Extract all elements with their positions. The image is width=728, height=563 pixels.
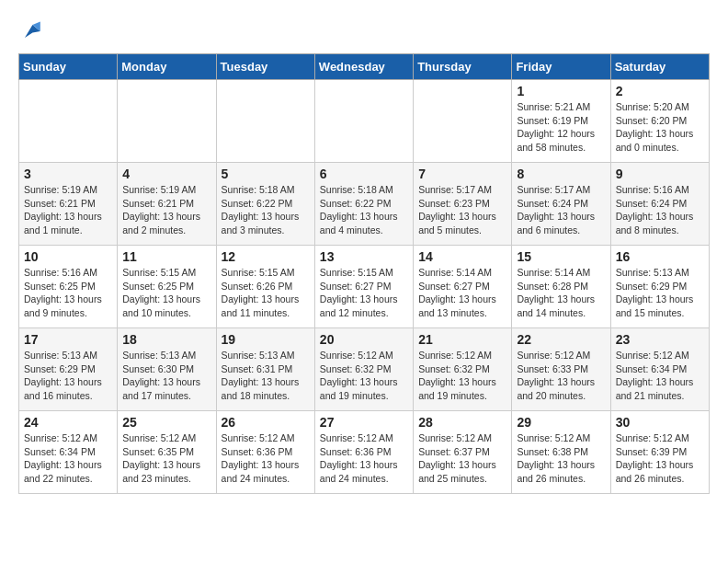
day-cell: 8Sunrise: 5:17 AM Sunset: 6:24 PM Daylig… [512,163,610,246]
day-info: Sunrise: 5:17 AM Sunset: 6:24 PM Dayligh… [517,183,605,237]
day-cell: 7Sunrise: 5:17 AM Sunset: 6:23 PM Daylig… [414,163,512,246]
day-number: 1 [517,84,605,98]
day-number: 21 [418,332,506,347]
day-number: 11 [122,249,210,264]
column-header-saturday: Saturday [610,54,709,80]
week-row-4: 17Sunrise: 5:13 AM Sunset: 6:29 PM Dayli… [19,328,710,411]
day-cell: 29Sunrise: 5:12 AM Sunset: 6:38 PM Dayli… [512,411,610,494]
day-cell [216,80,314,163]
day-number: 28 [418,415,506,430]
day-number: 6 [320,167,408,181]
day-info: Sunrise: 5:12 AM Sunset: 6:38 PM Dayligh… [517,431,605,486]
day-number: 30 [616,415,704,430]
day-number: 29 [517,415,605,430]
day-cell: 23Sunrise: 5:12 AM Sunset: 6:34 PM Dayli… [610,328,709,411]
week-row-2: 3Sunrise: 5:19 AM Sunset: 6:21 PM Daylig… [19,163,710,246]
day-number: 17 [24,332,112,347]
day-cell: 20Sunrise: 5:12 AM Sunset: 6:32 PM Dayli… [314,328,413,411]
day-cell: 5Sunrise: 5:18 AM Sunset: 6:22 PM Daylig… [216,163,314,246]
day-number: 5 [222,167,310,181]
day-cell: 27Sunrise: 5:12 AM Sunset: 6:36 PM Dayli… [314,411,413,494]
day-info: Sunrise: 5:21 AM Sunset: 6:19 PM Dayligh… [517,100,605,155]
column-header-sunday: Sunday [19,54,118,80]
day-number: 10 [24,249,112,264]
day-cell: 19Sunrise: 5:13 AM Sunset: 6:31 PM Dayli… [216,328,314,411]
day-info: Sunrise: 5:15 AM Sunset: 6:26 PM Dayligh… [222,266,310,320]
day-cell: 30Sunrise: 5:12 AM Sunset: 6:39 PM Dayli… [610,411,709,494]
day-cell: 13Sunrise: 5:15 AM Sunset: 6:27 PM Dayli… [314,246,413,328]
day-number: 7 [418,167,506,181]
day-number: 25 [122,415,210,430]
day-cell: 1Sunrise: 5:21 AM Sunset: 6:19 PM Daylig… [512,80,610,163]
day-info: Sunrise: 5:13 AM Sunset: 6:29 PM Dayligh… [616,266,704,320]
column-header-tuesday: Tuesday [216,54,314,80]
day-cell: 28Sunrise: 5:12 AM Sunset: 6:37 PM Dayli… [414,411,512,494]
day-cell: 17Sunrise: 5:13 AM Sunset: 6:29 PM Dayli… [19,328,118,411]
day-cell: 14Sunrise: 5:14 AM Sunset: 6:27 PM Dayli… [414,246,512,328]
column-header-monday: Monday [118,54,216,80]
day-info: Sunrise: 5:12 AM Sunset: 6:34 PM Dayligh… [24,431,112,486]
day-info: Sunrise: 5:12 AM Sunset: 6:35 PM Dayligh… [122,431,210,486]
week-row-1: 1Sunrise: 5:21 AM Sunset: 6:19 PM Daylig… [19,80,710,163]
day-number: 15 [517,249,605,264]
day-cell: 10Sunrise: 5:16 AM Sunset: 6:25 PM Dayli… [19,246,118,328]
day-number: 13 [320,249,408,264]
day-cell: 22Sunrise: 5:12 AM Sunset: 6:33 PM Dayli… [512,328,610,411]
column-header-friday: Friday [512,54,610,80]
day-cell: 12Sunrise: 5:15 AM Sunset: 6:26 PM Dayli… [216,246,314,328]
calendar-table: SundayMondayTuesdayWednesdayThursdayFrid… [18,53,710,494]
day-info: Sunrise: 5:13 AM Sunset: 6:31 PM Dayligh… [222,349,310,403]
column-header-wednesday: Wednesday [314,54,413,80]
page-header [18,18,710,44]
day-info: Sunrise: 5:15 AM Sunset: 6:25 PM Dayligh… [122,266,210,320]
day-info: Sunrise: 5:12 AM Sunset: 6:34 PM Dayligh… [616,349,704,403]
day-cell: 15Sunrise: 5:14 AM Sunset: 6:28 PM Dayli… [512,246,610,328]
day-info: Sunrise: 5:12 AM Sunset: 6:33 PM Dayligh… [517,349,605,403]
day-cell: 4Sunrise: 5:19 AM Sunset: 6:21 PM Daylig… [118,163,216,246]
day-number: 19 [222,332,310,347]
day-number: 22 [517,332,605,347]
day-number: 18 [122,332,210,347]
day-cell: 16Sunrise: 5:13 AM Sunset: 6:29 PM Dayli… [610,246,709,328]
day-number: 14 [418,249,506,264]
day-info: Sunrise: 5:12 AM Sunset: 6:36 PM Dayligh… [320,431,408,486]
day-info: Sunrise: 5:14 AM Sunset: 6:27 PM Dayligh… [418,266,506,320]
day-number: 20 [320,332,408,347]
day-number: 2 [616,84,704,98]
day-info: Sunrise: 5:16 AM Sunset: 6:25 PM Dayligh… [24,266,112,320]
day-info: Sunrise: 5:12 AM Sunset: 6:32 PM Dayligh… [418,349,506,403]
day-number: 26 [222,415,310,430]
day-number: 3 [24,167,112,181]
day-cell [414,80,512,163]
day-cell [314,80,413,163]
day-number: 4 [122,167,210,181]
day-info: Sunrise: 5:13 AM Sunset: 6:30 PM Dayligh… [122,349,210,403]
day-info: Sunrise: 5:18 AM Sunset: 6:22 PM Dayligh… [222,183,310,237]
day-info: Sunrise: 5:19 AM Sunset: 6:21 PM Dayligh… [24,183,112,237]
column-header-thursday: Thursday [414,54,512,80]
day-info: Sunrise: 5:14 AM Sunset: 6:28 PM Dayligh… [517,266,605,320]
day-cell: 24Sunrise: 5:12 AM Sunset: 6:34 PM Dayli… [19,411,118,494]
day-cell: 6Sunrise: 5:18 AM Sunset: 6:22 PM Daylig… [314,163,413,246]
day-info: Sunrise: 5:20 AM Sunset: 6:20 PM Dayligh… [616,100,704,155]
day-info: Sunrise: 5:13 AM Sunset: 6:29 PM Dayligh… [24,349,112,403]
day-cell: 9Sunrise: 5:16 AM Sunset: 6:24 PM Daylig… [610,163,709,246]
week-row-3: 10Sunrise: 5:16 AM Sunset: 6:25 PM Dayli… [19,246,710,328]
day-number: 9 [616,167,704,181]
day-number: 12 [222,249,310,264]
day-cell: 2Sunrise: 5:20 AM Sunset: 6:20 PM Daylig… [610,80,709,163]
day-info: Sunrise: 5:19 AM Sunset: 6:21 PM Dayligh… [122,183,210,237]
day-cell: 18Sunrise: 5:13 AM Sunset: 6:30 PM Dayli… [118,328,216,411]
day-number: 23 [616,332,704,347]
day-info: Sunrise: 5:12 AM Sunset: 6:32 PM Dayligh… [320,349,408,403]
day-cell: 25Sunrise: 5:12 AM Sunset: 6:35 PM Dayli… [118,411,216,494]
day-cell: 11Sunrise: 5:15 AM Sunset: 6:25 PM Dayli… [118,246,216,328]
day-number: 16 [616,249,704,264]
day-cell [19,80,118,163]
header-row: SundayMondayTuesdayWednesdayThursdayFrid… [19,54,710,80]
logo-icon [18,18,44,44]
day-number: 27 [320,415,408,430]
day-cell: 3Sunrise: 5:19 AM Sunset: 6:21 PM Daylig… [19,163,118,246]
day-cell: 26Sunrise: 5:12 AM Sunset: 6:36 PM Dayli… [216,411,314,494]
day-info: Sunrise: 5:15 AM Sunset: 6:27 PM Dayligh… [320,266,408,320]
